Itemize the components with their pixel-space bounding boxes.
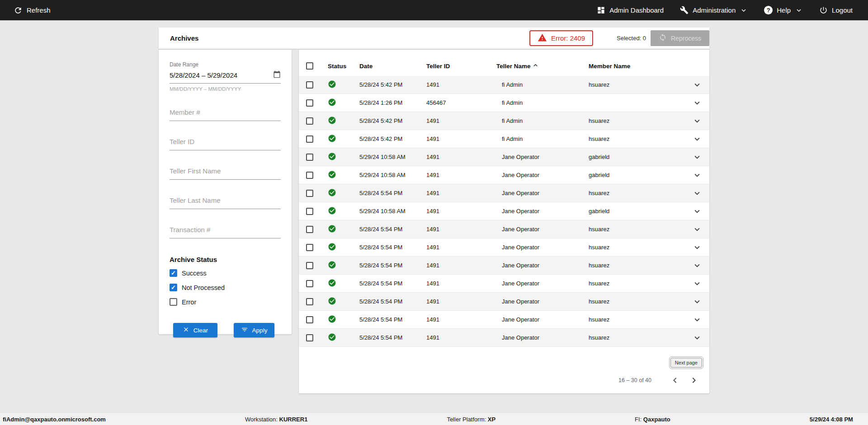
- row-member-name: hsuarez: [585, 262, 684, 269]
- row-date: 5/28/24 1:26 PM: [359, 99, 426, 106]
- row-checkbox[interactable]: [306, 172, 313, 179]
- row-member-name: hsuarez: [585, 81, 684, 88]
- error-count-button[interactable]: Error: 2409: [529, 30, 593, 46]
- row-checkbox[interactable]: [306, 244, 313, 251]
- row-checkbox[interactable]: [306, 99, 313, 107]
- expand-row-chevron-icon[interactable]: [692, 279, 702, 289]
- next-page-chevron-button[interactable]: [689, 375, 699, 386]
- logout-button[interactable]: Logout: [819, 6, 853, 14]
- success-status-icon: [328, 297, 336, 307]
- next-page-button[interactable]: Next page: [670, 358, 702, 368]
- archive-status-option: Not Processed: [170, 283, 281, 292]
- help-label: Help: [777, 6, 791, 14]
- table-row: 5/28/24 5:42 PM 1491 fi Admin hsuarez: [299, 112, 709, 130]
- expand-row-chevron-icon[interactable]: [692, 243, 702, 252]
- administration-menu[interactable]: Administration: [680, 6, 748, 14]
- row-checkbox[interactable]: [306, 298, 313, 305]
- expand-row-chevron-icon[interactable]: [692, 206, 702, 216]
- archive-status-options: Success Not Processed Error: [170, 268, 281, 307]
- column-header-teller-id[interactable]: Teller ID: [426, 63, 496, 70]
- select-all-checkbox[interactable]: [306, 62, 313, 70]
- expand-row-chevron-icon[interactable]: [692, 98, 702, 108]
- date-range-format-hint: MM/DD/YYYY – MM/DD/YYYY: [170, 86, 281, 92]
- row-teller-name: Jane Operator: [496, 172, 585, 178]
- expand-row-chevron-icon[interactable]: [692, 333, 702, 343]
- table-row: 5/29/24 10:58 AM 1491 Jane Operator gabr…: [299, 166, 709, 184]
- row-teller-id: 1491: [426, 208, 496, 215]
- expand-row-chevron-icon[interactable]: [692, 80, 702, 90]
- status-option-checkbox[interactable]: [170, 298, 177, 306]
- success-status-icon: [328, 315, 336, 325]
- table-row: 5/28/24 5:42 PM 1491 fi Admin hsuarez: [299, 76, 709, 94]
- row-teller-id: 1491: [426, 280, 496, 287]
- transaction-number-input[interactable]: [170, 224, 281, 238]
- date-range-input[interactable]: [170, 71, 273, 79]
- row-date: 5/28/24 5:54 PM: [359, 316, 426, 323]
- member-number-input[interactable]: [170, 107, 281, 121]
- apply-button[interactable]: Apply: [234, 323, 274, 337]
- row-member-name: hsuarez: [585, 190, 684, 196]
- clear-button[interactable]: Clear: [173, 323, 217, 337]
- column-header-member-name[interactable]: Member Name: [585, 63, 684, 70]
- expand-row-chevron-icon[interactable]: [692, 188, 702, 198]
- reprocess-button[interactable]: Reprocess: [651, 30, 709, 46]
- teller-platform-label: Teller Platform:: [447, 416, 486, 423]
- row-date: 5/28/24 5:54 PM: [359, 244, 426, 251]
- row-checkbox[interactable]: [306, 262, 313, 269]
- chevron-down-icon: [740, 6, 748, 14]
- status-option-label: Success: [182, 270, 207, 277]
- success-status-icon: [328, 134, 336, 144]
- row-checkbox[interactable]: [306, 135, 313, 143]
- row-checkbox[interactable]: [306, 316, 313, 323]
- row-teller-id: 1491: [426, 334, 496, 341]
- row-teller-id: 1491: [426, 135, 496, 142]
- admin-dashboard-button[interactable]: Admin Dashboard: [597, 6, 664, 14]
- status-option-label: Not Processed: [182, 284, 225, 291]
- dashboard-icon: [597, 6, 605, 14]
- calendar-icon[interactable]: [273, 70, 281, 80]
- row-teller-id: 1491: [426, 244, 496, 251]
- row-teller-name: Jane Operator: [496, 280, 585, 287]
- column-header-date[interactable]: Date: [359, 63, 426, 70]
- expand-row-chevron-icon[interactable]: [692, 116, 702, 126]
- teller-id-input[interactable]: [170, 136, 281, 150]
- row-member-name: gabrield: [585, 172, 684, 178]
- teller-last-name-input[interactable]: [170, 195, 281, 209]
- row-checkbox[interactable]: [306, 280, 313, 287]
- row-member-name: hsuarez: [585, 298, 684, 305]
- row-checkbox[interactable]: [306, 154, 313, 161]
- row-checkbox[interactable]: [306, 117, 313, 125]
- expand-row-chevron-icon[interactable]: [692, 297, 702, 307]
- row-member-name: hsuarez: [585, 117, 684, 124]
- row-checkbox[interactable]: [306, 334, 313, 341]
- row-checkbox[interactable]: [306, 190, 313, 197]
- logged-in-user: fiAdmin@qaxpauto.onmicrosoft.com: [3, 416, 106, 423]
- previous-page-chevron-button[interactable]: [670, 375, 680, 386]
- row-checkbox[interactable]: [306, 81, 313, 89]
- column-header-status[interactable]: Status: [328, 63, 359, 70]
- error-count-label: Error: 2409: [551, 34, 585, 42]
- expand-row-chevron-icon[interactable]: [692, 261, 702, 271]
- help-menu[interactable]: ? Help: [764, 6, 803, 14]
- expand-row-chevron-icon[interactable]: [692, 315, 702, 325]
- expand-row-chevron-icon[interactable]: [692, 134, 702, 144]
- row-checkbox[interactable]: [306, 226, 313, 233]
- archive-status-heading: Archive Status: [170, 256, 281, 263]
- table-row: 5/29/24 10:58 AM 1491 Jane Operator gabr…: [299, 202, 709, 220]
- status-option-checkbox[interactable]: [170, 269, 177, 277]
- column-header-teller-name[interactable]: Teller Name: [496, 61, 539, 70]
- refresh-button[interactable]: Refresh: [14, 6, 51, 15]
- success-status-icon: [328, 152, 336, 162]
- close-icon: [183, 326, 189, 334]
- row-member-name: hsuarez: [585, 316, 684, 323]
- expand-row-chevron-icon[interactable]: [692, 152, 702, 162]
- expand-row-chevron-icon[interactable]: [692, 170, 702, 180]
- row-teller-id: 1491: [426, 154, 496, 160]
- status-option-checkbox[interactable]: [170, 284, 177, 291]
- success-status-icon: [328, 224, 336, 234]
- teller-first-name-input[interactable]: [170, 165, 281, 180]
- row-date: 5/29/24 10:58 AM: [359, 172, 426, 178]
- expand-row-chevron-icon[interactable]: [692, 224, 702, 234]
- row-teller-id: 1491: [426, 226, 496, 233]
- row-checkbox[interactable]: [306, 208, 313, 215]
